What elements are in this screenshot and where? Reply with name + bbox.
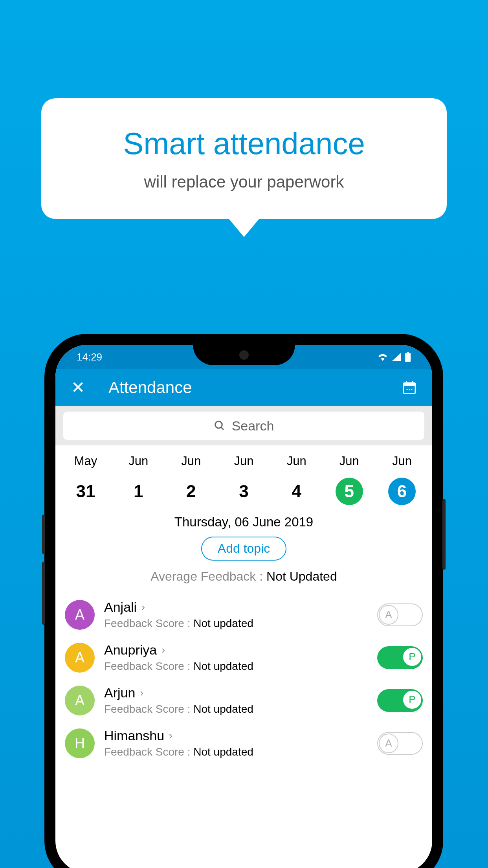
toggle-knob: P [402,690,422,710]
signal-icon [392,353,401,361]
attendance-toggle[interactable]: A [377,603,423,626]
date-cell[interactable]: Jun6 [376,454,428,505]
attendance-toggle[interactable]: P [377,646,423,669]
status-icons [377,352,411,362]
date-cell[interactable]: Jun1 [112,454,165,505]
volume-up-button [42,515,45,554]
feedback-label: Feedback Score : [104,703,193,715]
date-day: 6 [388,478,416,505]
feedback-value: Not updated [193,660,253,672]
search-icon [214,420,226,432]
student-name-text: Anjali [104,600,137,615]
date-month: Jun [323,454,376,468]
student-row: AAnjali›Feedback Score : Not updatedA [55,593,432,636]
student-row: AArjun›Feedback Score : Not updatedP [55,679,432,722]
student-info[interactable]: Anupriya›Feedback Score : Not updated [104,642,377,673]
student-info[interactable]: Himanshu›Feedback Score : Not updated [104,728,377,758]
svg-line-10 [221,427,223,430]
chevron-right-icon: › [169,730,172,742]
svg-point-8 [411,389,413,390]
student-name: Arjun› [104,685,377,701]
add-topic-button[interactable]: Add topic [201,537,286,561]
promo-bubble: Smart attendance will replace your paper… [41,98,447,219]
student-list: AAnjali›Feedback Score : Not updatedAAAn… [55,593,432,765]
phone-frame: 14:29 ✕ Attendance Search May31Jun1Jun2J… [44,334,443,868]
chevron-right-icon: › [140,687,143,699]
chevron-right-icon: › [141,601,145,613]
promo-title: Smart attendance [57,126,431,162]
attendance-toggle[interactable]: P [377,689,423,712]
feedback-value: Not updated [193,703,253,715]
average-feedback: Average Feedback : Not Updated [55,569,432,584]
phone-notch [193,345,295,365]
screen-title: Attendance [108,378,402,397]
date-cell[interactable]: Jun2 [165,454,217,505]
date-month: May [59,454,112,468]
avatar: A [65,600,95,630]
svg-rect-1 [407,352,409,354]
search-placeholder: Search [232,418,274,434]
feedback-label: Feedback Score : [104,746,193,758]
student-name-text: Himanshu [104,728,164,743]
date-month: Jun [270,454,323,468]
power-button [442,499,446,570]
feedback-score: Feedback Score : Not updated [104,746,377,758]
battery-icon [405,352,411,362]
toggle-knob: A [379,734,398,753]
search-input[interactable]: Search [63,412,424,440]
search-container: Search [55,406,432,445]
feedback-score: Feedback Score : Not updated [104,703,377,715]
student-name: Himanshu› [104,728,377,743]
svg-rect-3 [404,383,415,386]
svg-point-9 [215,421,222,428]
date-cell[interactable]: Jun4 [270,454,323,505]
toggle-knob: A [379,605,398,625]
date-cell[interactable]: Jun5 [323,454,376,505]
selected-date-label: Thursday, 06 June 2019 [55,515,432,530]
avg-feedback-label: Average Feedback : [150,569,266,583]
calendar-icon[interactable] [402,381,416,395]
avg-feedback-value: Not Updated [266,569,337,583]
wifi-icon [377,353,388,361]
date-day: 31 [72,478,99,505]
svg-point-7 [409,389,410,390]
date-day: 5 [336,478,363,505]
feedback-label: Feedback Score : [104,660,193,672]
feedback-value: Not updated [193,746,253,758]
student-name: Anupriya› [104,642,377,658]
date-month: Jun [376,454,428,468]
date-month: Jun [165,454,217,468]
date-day: 3 [230,478,257,505]
toggle-knob: P [402,647,422,667]
volume-down-button [42,562,45,625]
avatar: A [65,643,95,673]
date-cell[interactable]: Jun3 [217,454,270,505]
student-row: AAnupriya›Feedback Score : Not updatedP [55,636,432,679]
phone-screen: 14:29 ✕ Attendance Search May31Jun1Jun2J… [55,345,432,868]
attendance-toggle[interactable]: A [377,732,423,755]
avatar: H [65,728,95,758]
promo-subtitle: will replace your paperwork [57,173,431,191]
feedback-value: Not updated [193,617,253,629]
date-day: 1 [125,478,152,505]
student-name: Anjali› [104,600,377,615]
date-cell[interactable]: May31 [59,454,112,505]
app-bar: ✕ Attendance [55,369,432,406]
close-icon[interactable]: ✕ [71,379,85,396]
student-name-text: Arjun [104,685,135,701]
student-name-text: Anupriya [104,642,157,658]
date-month: Jun [217,454,270,468]
date-month: Jun [112,454,165,468]
student-row: HHimanshu›Feedback Score : Not updatedA [55,722,432,765]
date-day: 4 [283,478,310,505]
svg-point-6 [407,389,408,390]
date-strip: May31Jun1Jun2Jun3Jun4Jun5Jun6 [55,445,432,515]
student-info[interactable]: Arjun›Feedback Score : Not updated [104,685,377,715]
svg-rect-4 [406,381,407,384]
date-day: 2 [177,478,205,505]
status-time: 14:29 [77,351,102,363]
student-info[interactable]: Anjali›Feedback Score : Not updated [104,600,377,630]
feedback-score: Feedback Score : Not updated [104,660,377,673]
feedback-label: Feedback Score : [104,617,193,629]
svg-rect-5 [412,381,413,384]
